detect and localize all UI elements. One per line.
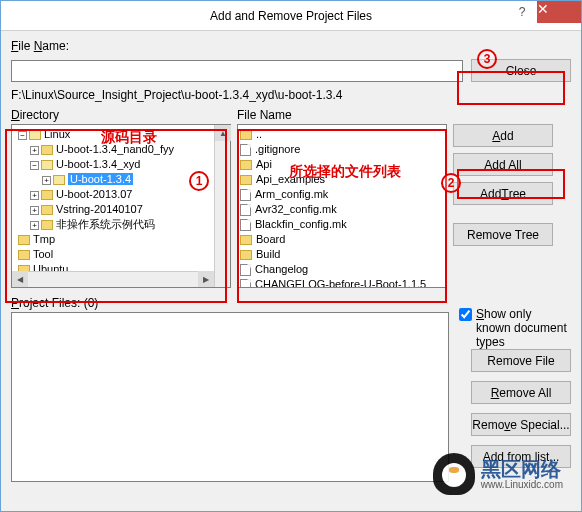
dialog-window: Add and Remove Project Files ? ✕ File Na… [0, 0, 582, 512]
tree-node-selected[interactable]: U-boot-1.3.4 [68, 173, 133, 185]
file-icon [240, 264, 251, 276]
titlebar-buttons: ? ✕ [507, 1, 581, 23]
folder-icon [41, 220, 53, 230]
sidebar-buttons: AAdddd Add All Add Tree Remove Tree [453, 106, 553, 288]
file-icon [240, 204, 251, 216]
watermark-url: www.Linuxidc.com [481, 479, 563, 490]
tree-node[interactable]: Vstring-20140107 [56, 203, 143, 215]
remove-special-button[interactable]: Remove Special... [471, 413, 571, 436]
folder-icon [240, 250, 252, 260]
tree-node[interactable]: Tool [33, 248, 53, 260]
add-tree-button[interactable]: Add Tree [453, 182, 553, 205]
annotation-circle-3: 3 [477, 49, 497, 69]
folder-icon [240, 160, 252, 170]
close-icon[interactable]: ✕ [537, 1, 581, 23]
tree-node[interactable]: U-boot-1.3.4_xyd [56, 158, 140, 170]
add-button[interactable]: AAdddd [453, 124, 553, 147]
watermark: 黑区网络 www.Linuxidc.com [433, 453, 563, 495]
show-known-types-row: Show only known document types [459, 307, 567, 349]
file-icon [240, 279, 251, 288]
main-grid: DDirectoryirectory −Linux +U-boot-1.3.4_… [11, 106, 571, 288]
scroll-left-icon[interactable]: ◀ [12, 271, 28, 287]
sidebar-buttons-2: Remove File Remove All Remove Special...… [471, 349, 571, 468]
add-all-button[interactable]: Add All [453, 153, 553, 176]
remove-tree-button[interactable]: Remove Tree [453, 223, 553, 246]
filename-input[interactable] [11, 60, 463, 82]
list-item[interactable]: .. [240, 127, 444, 142]
tree-node[interactable]: U-boot-2013.07 [56, 188, 132, 200]
folder-icon [240, 235, 252, 245]
list-item[interactable]: Arm_config.mk [240, 187, 444, 202]
list-item[interactable]: Changelog [240, 262, 444, 277]
file-icon [240, 189, 251, 201]
list-item[interactable]: Api [240, 157, 444, 172]
remove-file-button[interactable]: Remove File [471, 349, 571, 372]
folder-icon [29, 130, 41, 140]
tree-toggle[interactable]: − [30, 161, 39, 170]
tree-node[interactable]: Linux [44, 128, 70, 140]
show-known-label: Show only known document types [476, 307, 567, 349]
tree-toggle[interactable]: + [30, 221, 39, 230]
penguin-icon [433, 453, 475, 495]
directory-header: DDirectoryirectory [11, 106, 231, 124]
dialog-content: File Name: Close F:\Linux\Source_Insight… [1, 31, 581, 511]
tree-toggle[interactable]: + [30, 206, 39, 215]
project-files-list[interactable] [11, 312, 449, 482]
list-item[interactable]: Avr32_config.mk [240, 202, 444, 217]
tree-toggle[interactable]: − [18, 131, 27, 140]
show-known-checkbox[interactable] [459, 308, 472, 321]
scroll-up-icon[interactable]: ▲ [215, 125, 231, 141]
list-item[interactable]: Board [240, 232, 444, 247]
file-list[interactable]: .. .gitignore Api Api_examples Arm_confi… [237, 124, 447, 288]
watermark-text: 黑区网络 [481, 459, 563, 479]
annotation-circle-2: 2 [441, 173, 461, 193]
tree-toggle[interactable]: + [42, 176, 51, 185]
tree-toggle[interactable]: + [30, 191, 39, 200]
file-icon [240, 144, 251, 156]
tree-node[interactable]: U-boot-1.3.4_nand0_fyy [56, 143, 174, 155]
tree-toggle[interactable]: + [30, 146, 39, 155]
remove-all-button[interactable]: Remove All [471, 381, 571, 404]
folder-icon [18, 250, 30, 260]
folder-icon [53, 175, 65, 185]
list-item[interactable]: .gitignore [240, 142, 444, 157]
list-item[interactable]: CHANGELOG-before-U-Boot-1.1.5 [240, 277, 444, 287]
filename-label: File Name: [11, 39, 69, 53]
folder-icon [41, 160, 53, 170]
titlebar: Add and Remove Project Files ? ✕ [1, 1, 581, 31]
window-title: Add and Remove Project Files [210, 9, 372, 23]
help-icon[interactable]: ? [507, 1, 537, 23]
file-icon [240, 219, 251, 231]
tree-node[interactable]: Tmp [33, 233, 55, 245]
directory-tree[interactable]: −Linux +U-boot-1.3.4_nand0_fyy −U-boot-1… [11, 124, 231, 288]
list-item[interactable]: Api_examples [240, 172, 444, 187]
tree-node[interactable]: 非操作系统示例代码 [56, 218, 155, 230]
folder-icon [240, 175, 252, 185]
current-path: F:\Linux\Source_Insight_Project\u-boot-1… [11, 88, 571, 102]
folder-icon [41, 145, 53, 155]
filelist-header: File Name [237, 106, 447, 124]
list-item[interactable]: Blackfin_config.mk [240, 217, 444, 232]
annotation-circle-1: 1 [189, 171, 209, 191]
scrollbar-vertical[interactable]: ▲ [214, 125, 230, 287]
folder-icon [41, 190, 53, 200]
folder-icon [18, 235, 30, 245]
folder-icon [41, 205, 53, 215]
scroll-right-icon[interactable]: ▶ [198, 271, 214, 287]
folder-icon [240, 130, 252, 140]
scrollbar-horizontal[interactable]: ◀▶ [12, 271, 214, 287]
list-item[interactable]: Build [240, 247, 444, 262]
